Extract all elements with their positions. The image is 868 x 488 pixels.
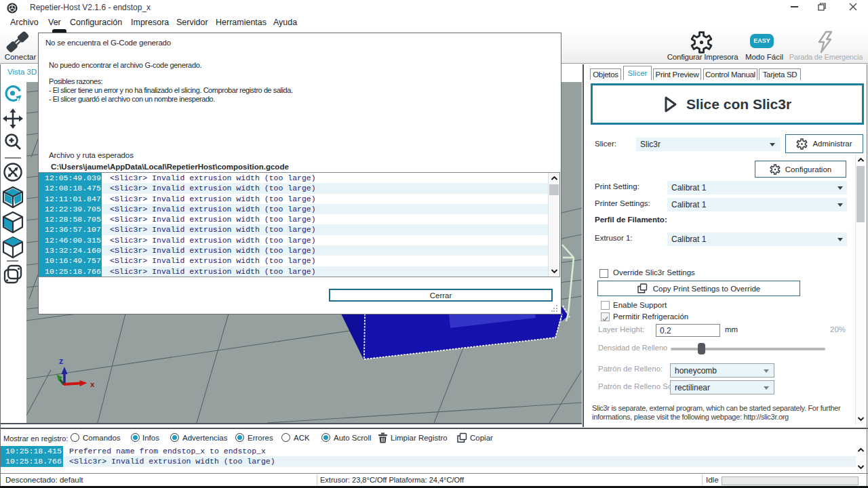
svg-text:z: z <box>59 357 63 366</box>
svg-text:x: x <box>90 380 95 388</box>
